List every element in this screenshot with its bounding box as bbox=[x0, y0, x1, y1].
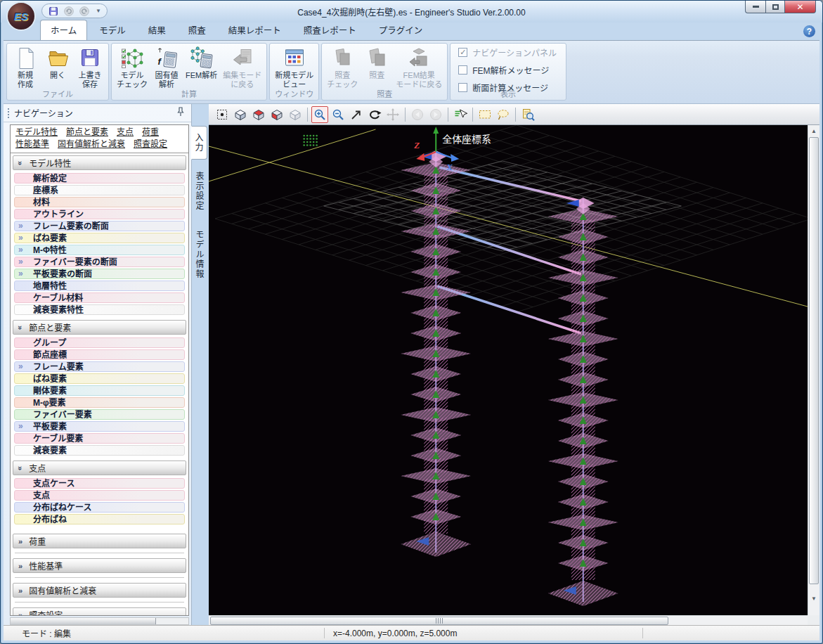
ribbon-button-eigen-analysis[interactable]: f 固有値 解析 bbox=[150, 45, 183, 91]
select-points-button[interactable] bbox=[214, 106, 231, 123]
view-top-button[interactable] bbox=[250, 106, 267, 123]
viewport-vscrollbar[interactable]: ▲ ▼ bbox=[808, 125, 819, 615]
nav-section-支点[interactable]: »支点 bbox=[13, 461, 186, 475]
nav-link-支点[interactable]: 支点 bbox=[117, 127, 134, 137]
zoom-in-button[interactable] bbox=[311, 106, 328, 123]
nav-item-ばね要素[interactable]: »ばね要素 bbox=[14, 233, 185, 243]
status-separator bbox=[642, 628, 643, 638]
minimize-button[interactable] bbox=[745, 1, 765, 13]
nav-link-固有値解析と減衰[interactable]: 固有値解析と減衰 bbox=[58, 139, 125, 149]
view-isometric-button[interactable] bbox=[232, 106, 249, 123]
tab-結果レポート[interactable]: 結果レポート bbox=[218, 20, 292, 40]
navigation-hscrollbar-thumb[interactable] bbox=[11, 618, 156, 624]
view-perspective-button[interactable] bbox=[287, 106, 304, 123]
nav-item-支点[interactable]: 支点 bbox=[14, 490, 185, 501]
new-model-view-icon bbox=[283, 46, 306, 70]
nav-item-減衰要素[interactable]: 減衰要素 bbox=[14, 445, 185, 456]
tab-照査[interactable]: 照査 bbox=[178, 20, 216, 40]
side-tab-表示設定[interactable]: 表示設定 bbox=[192, 165, 208, 218]
ribbon-button-open-folder[interactable]: 開く bbox=[41, 45, 74, 91]
pin-icon[interactable] bbox=[176, 107, 185, 119]
nav-item-材料[interactable]: 材料 bbox=[14, 197, 185, 207]
nav-section-照査設定[interactable]: »照査設定 bbox=[13, 607, 186, 616]
section-divider bbox=[15, 553, 184, 553]
nav-item-フレーム要素の断面[interactable]: »フレーム要素の断面 bbox=[14, 221, 185, 231]
rotate-view-button[interactable] bbox=[366, 106, 383, 123]
nav-item-M-φ要素[interactable]: M-φ要素 bbox=[14, 397, 185, 408]
nav-section-荷重[interactable]: »荷重 bbox=[13, 534, 186, 548]
nav-item-分布ばねケース[interactable]: 分布ばねケース bbox=[14, 502, 185, 513]
ribbon-button-model-check[interactable]: モデル チェック bbox=[114, 45, 150, 91]
zoom-out-button[interactable] bbox=[330, 106, 346, 123]
maximize-icon bbox=[772, 4, 779, 10]
nav-section-性能基準[interactable]: »性能基準 bbox=[13, 558, 186, 573]
nav-item-ケーブル材料[interactable]: ケーブル材料 bbox=[14, 292, 185, 303]
ribbon-group-body: モデル チェック f 固有値 解析FEM解析編集モード に戻る bbox=[114, 45, 264, 91]
nav-item-label: ばね要素 bbox=[33, 233, 67, 243]
svg-text:全体座標系: 全体座標系 bbox=[442, 134, 491, 145]
nav-link-照査設定[interactable]: 照査設定 bbox=[134, 139, 167, 149]
tab-結果[interactable]: 結果 bbox=[138, 20, 176, 40]
view-front-button[interactable] bbox=[268, 106, 285, 123]
nav-item-平板要素[interactable]: »平板要素 bbox=[14, 421, 185, 432]
nav-item-ファイバー要素の断面[interactable]: »ファイバー要素の断面 bbox=[14, 257, 185, 267]
ribbon-checkbox-group: ✓ナビゲーションパネルFEM解析メッセージ断面計算メッセージ bbox=[453, 45, 564, 94]
nav-item-フレーム要素[interactable]: »フレーム要素 bbox=[14, 361, 185, 372]
tab-照査レポート[interactable]: 照査レポート bbox=[293, 20, 367, 40]
scroll-up-arrow-icon[interactable]: ▲ bbox=[808, 125, 819, 136]
checkbox-FEM解析メッセージ[interactable]: FEM解析メッセージ bbox=[458, 64, 557, 76]
scroll-down-arrow-icon[interactable]: ▼ bbox=[808, 593, 819, 604]
close-button[interactable]: ✕ bbox=[784, 1, 816, 13]
select-cursor-button[interactable] bbox=[452, 106, 469, 123]
nav-item-支点ケース[interactable]: 支点ケース bbox=[14, 478, 185, 489]
ribbon-button-fem-analysis[interactable]: FEM解析 bbox=[183, 45, 220, 91]
nav-section-モデル特性[interactable]: »モデル特性 bbox=[13, 155, 186, 170]
nav-item-グループ[interactable]: グループ bbox=[14, 337, 185, 348]
select-rectangle-button[interactable] bbox=[477, 106, 493, 123]
tab-ホーム[interactable]: ホーム bbox=[40, 20, 87, 40]
side-tab-モデル情報[interactable]: モデル情報 bbox=[192, 223, 208, 286]
zoom-extents-button[interactable] bbox=[348, 106, 365, 123]
select-lasso-button[interactable] bbox=[495, 106, 512, 123]
nav-item-節点座標[interactable]: 節点座標 bbox=[14, 349, 185, 360]
nav-item-座標系[interactable]: 座標系 bbox=[14, 185, 185, 195]
nav-link-性能基準[interactable]: 性能基準 bbox=[15, 139, 49, 149]
nav-link-モデル特性[interactable]: モデル特性 bbox=[15, 127, 58, 137]
nav-section-固有値解析と減衰[interactable]: »固有値解析と減衰 bbox=[13, 583, 186, 598]
viewport-vscrollbar-thumb[interactable] bbox=[809, 137, 819, 584]
nav-item-地層特性[interactable]: 地層特性 bbox=[14, 281, 185, 291]
nav-section-節点と要素[interactable]: »節点と要素 bbox=[13, 320, 186, 335]
nav-item-アウトライン[interactable]: アウトライン bbox=[14, 209, 185, 219]
app-logo-button[interactable]: ES bbox=[6, 1, 36, 31]
section-divider bbox=[15, 577, 184, 578]
nav-link-荷重[interactable]: 荷重 bbox=[142, 127, 159, 137]
quick-access-dropdown-icon[interactable]: ▼ bbox=[96, 8, 101, 14]
nav-item-剛体要素[interactable]: 剛体要素 bbox=[14, 385, 185, 396]
model-viewport-canvas[interactable]: ZX全体座標系 bbox=[209, 125, 808, 615]
nav-item-減衰要素特性[interactable]: 減衰要素特性 bbox=[14, 304, 185, 315]
nav-item-ケーブル要素[interactable]: ケーブル要素 bbox=[14, 433, 185, 444]
nav-item-分布ばね[interactable]: 分布ばね bbox=[14, 514, 185, 524]
ribbon-button-new-document[interactable]: 新規 作成 bbox=[9, 45, 41, 91]
side-tab-入力[interactable]: 入力 bbox=[191, 126, 207, 160]
expand-icon: » bbox=[18, 257, 23, 266]
nav-item-M-Φ特性[interactable]: »M-Φ特性 bbox=[14, 245, 185, 255]
save-button[interactable] bbox=[46, 5, 60, 17]
model-3d-scene[interactable]: ZX全体座標系 bbox=[209, 125, 808, 615]
tab-モデル[interactable]: モデル bbox=[89, 20, 136, 40]
viewport-hscrollbar-thumb[interactable] bbox=[210, 617, 668, 625]
toolbar-separator bbox=[472, 108, 473, 122]
tab-プラグイン[interactable]: プラグイン bbox=[368, 20, 434, 40]
nav-item-ファイバー要素[interactable]: ファイバー要素 bbox=[14, 409, 185, 420]
nav-item-解析設定[interactable]: 解析設定 bbox=[14, 173, 185, 183]
nav-link-節点と要素[interactable]: 節点と要素 bbox=[66, 127, 108, 137]
navigation-hscrollbar[interactable] bbox=[10, 617, 189, 625]
help-button[interactable]: ? bbox=[803, 25, 815, 37]
nav-item-label: 減衰要素 bbox=[33, 446, 67, 456]
ribbon-button-new-model-view[interactable]: 新規モデル ビュー bbox=[272, 45, 316, 91]
nav-item-平板要素の断面[interactable]: »平板要素の断面 bbox=[14, 269, 185, 279]
nav-item-ばね要素[interactable]: ばね要素 bbox=[14, 373, 185, 384]
zoom-window-button[interactable] bbox=[519, 106, 536, 123]
ribbon-button-save-floppy[interactable]: 上書き 保存 bbox=[74, 45, 106, 91]
maximize-button[interactable] bbox=[765, 1, 784, 13]
